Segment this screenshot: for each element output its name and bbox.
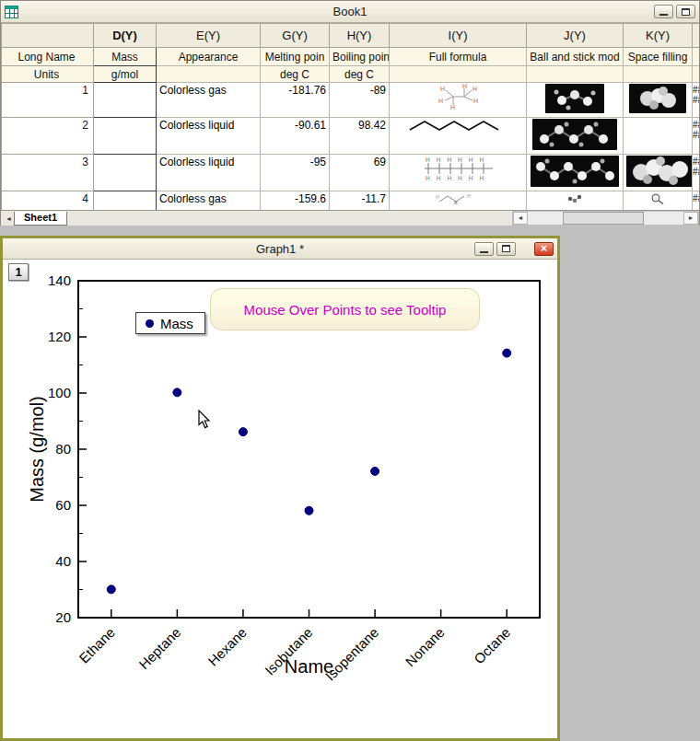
data-point[interactable] xyxy=(503,349,511,357)
close-button[interactable]: × xyxy=(534,242,554,256)
units-row: Units g/mol deg C deg C xyxy=(2,66,700,83)
scroll-right-button[interactable]: ► xyxy=(683,212,698,225)
long-name-spacefill[interactable]: Space filling xyxy=(624,48,693,66)
mouse-cursor-icon xyxy=(198,410,211,433)
restore-button[interactable] xyxy=(496,242,516,256)
row-number[interactable]: 1 xyxy=(2,83,94,118)
column-header-j[interactable]: J(Y) xyxy=(527,24,624,48)
units-overflow[interactable] xyxy=(693,66,700,83)
graph-page[interactable]: 1 20406080100120140EthaneHeptaneHexaneIs… xyxy=(3,260,557,738)
cell-mass[interactable]: 100.21 xyxy=(94,118,157,155)
long-name-appearance[interactable]: Appearance xyxy=(157,48,261,66)
column-header-i[interactable]: I(Y) xyxy=(390,24,527,48)
units-appearance[interactable] xyxy=(157,66,261,83)
cell-ball-stick[interactable] xyxy=(527,118,624,155)
cell-overflow[interactable]: #### xyxy=(693,155,700,191)
minimize-button[interactable] xyxy=(654,5,673,18)
svg-text:H: H xyxy=(440,86,445,92)
long-name-ballstick[interactable]: Ball and stick mod xyxy=(527,48,624,66)
cell-full-formula[interactable]: H H H xyxy=(390,191,527,211)
scrollbar-track[interactable] xyxy=(528,212,683,225)
data-point[interactable] xyxy=(173,388,181,397)
svg-text:H: H xyxy=(462,84,467,89)
units-melting[interactable]: deg C xyxy=(261,66,330,83)
graph-titlebar[interactable]: Graph1 * × xyxy=(3,238,557,260)
cell-boiling[interactable]: 98.42 xyxy=(330,118,390,155)
cell-full-formula[interactable]: HHHHHH HHHHHH xyxy=(390,155,527,191)
cell-boiling[interactable]: -89 xyxy=(330,83,390,118)
column-header-e[interactable]: E(Y) xyxy=(157,24,261,48)
cell-mass[interactable]: 86.18 xyxy=(94,155,157,191)
units-formula[interactable] xyxy=(390,66,527,83)
sheet-tab[interactable]: Sheet1 xyxy=(14,212,67,226)
column-header-g[interactable]: G(Y) xyxy=(261,24,330,48)
sheet-tab-bar: ◄ Sheet1 ◄ ► xyxy=(1,210,699,226)
cell-melting[interactable]: -90.61 xyxy=(261,118,330,155)
long-name-overflow[interactable] xyxy=(693,48,700,66)
data-point[interactable] xyxy=(107,585,115,594)
row-number[interactable]: 4 xyxy=(2,191,94,211)
cell-boiling[interactable]: 69 xyxy=(330,155,390,191)
cell-appearance[interactable]: Colorless gas xyxy=(157,83,261,118)
row-header-long-name[interactable]: Long Name xyxy=(2,48,94,66)
cell-full-formula[interactable] xyxy=(390,118,527,155)
scatter-plot[interactable]: 20406080100120140EthaneHeptaneHexaneIsob… xyxy=(3,260,557,738)
minimize-icon xyxy=(659,14,668,16)
column-header-d[interactable]: D(Y) xyxy=(94,24,157,48)
legend-label: Mass xyxy=(160,316,193,331)
cell-space-fill[interactable] xyxy=(624,155,693,191)
graph-window[interactable]: Graph1 * × 1 20406080100120140EthaneHept… xyxy=(0,236,560,741)
horizontal-scrollbar[interactable]: ◄ ► xyxy=(512,211,699,226)
layer1-button[interactable]: 1 xyxy=(8,263,29,281)
cell-melting[interactable]: -159.6 xyxy=(261,191,330,211)
molecule-formula-image: H H H xyxy=(434,192,482,205)
row-header-units[interactable]: Units xyxy=(2,66,94,83)
cell-overflow[interactable]: #### xyxy=(693,83,700,118)
legend[interactable]: Mass xyxy=(135,312,205,334)
corner-cell[interactable] xyxy=(2,24,94,48)
data-point[interactable] xyxy=(239,428,247,436)
cell-mass[interactable]: 30.07 xyxy=(94,83,157,118)
workbook-titlebar[interactable]: Book1 xyxy=(1,1,699,23)
cell-space-fill[interactable] xyxy=(624,83,693,118)
cell-overflow[interactable]: ## xyxy=(693,191,700,211)
data-point[interactable] xyxy=(305,506,313,515)
long-name-mass[interactable]: Mass xyxy=(94,48,157,66)
row-number[interactable]: 2 xyxy=(2,118,94,155)
restore-button[interactable] xyxy=(676,5,695,18)
cell-appearance[interactable]: Colorless liquid xyxy=(157,118,261,155)
svg-text:HHHHHH: HHHHHH xyxy=(426,156,490,163)
minimize-button[interactable] xyxy=(474,242,494,256)
workbook-window[interactable]: Book1 D(Y) E(Y) G(Y) H(Y) I(Y xyxy=(0,0,700,226)
cell-ball-stick[interactable] xyxy=(527,155,624,191)
cell-ball-stick[interactable] xyxy=(527,83,624,118)
sheet-nav-left-icon[interactable]: ◄ xyxy=(4,215,14,222)
long-name-formula[interactable]: Full formula xyxy=(390,48,527,66)
long-name-melting[interactable]: Melting poin xyxy=(261,48,330,66)
data-point[interactable] xyxy=(371,467,379,475)
cell-ball-stick[interactable] xyxy=(527,191,624,211)
restore-icon xyxy=(502,245,510,252)
cell-boiling[interactable]: -11.7 xyxy=(330,191,390,211)
scrollbar-thumb[interactable] xyxy=(563,212,644,225)
cell-melting[interactable]: -95 xyxy=(261,155,330,191)
cell-melting[interactable]: -181.76 xyxy=(261,83,330,118)
column-header-h[interactable]: H(Y) xyxy=(330,24,390,48)
scroll-left-button[interactable]: ◄ xyxy=(513,212,528,225)
cell-overflow[interactable]: #### xyxy=(693,118,700,155)
cell-appearance[interactable]: Colorless gas xyxy=(157,191,261,211)
units-boiling[interactable]: deg C xyxy=(330,66,390,83)
long-name-boiling[interactable]: Boiling poin xyxy=(330,48,390,66)
x-axis-title: Name xyxy=(285,656,333,677)
cell-appearance[interactable]: Colorless liquid xyxy=(157,155,261,191)
cell-space-fill[interactable] xyxy=(624,191,693,211)
row-number[interactable]: 3 xyxy=(2,155,94,191)
cell-full-formula[interactable]: HHH HHH xyxy=(390,83,527,118)
cell-space-fill[interactable] xyxy=(624,118,693,155)
units-mass[interactable]: g/mol xyxy=(94,66,157,83)
units-spacefill[interactable] xyxy=(624,66,693,83)
column-header-k[interactable]: K(Y) xyxy=(624,24,693,48)
cell-mass[interactable]: 58.12 xyxy=(94,191,157,211)
units-ballstick[interactable] xyxy=(527,66,624,83)
column-header-overflow[interactable] xyxy=(693,24,700,48)
